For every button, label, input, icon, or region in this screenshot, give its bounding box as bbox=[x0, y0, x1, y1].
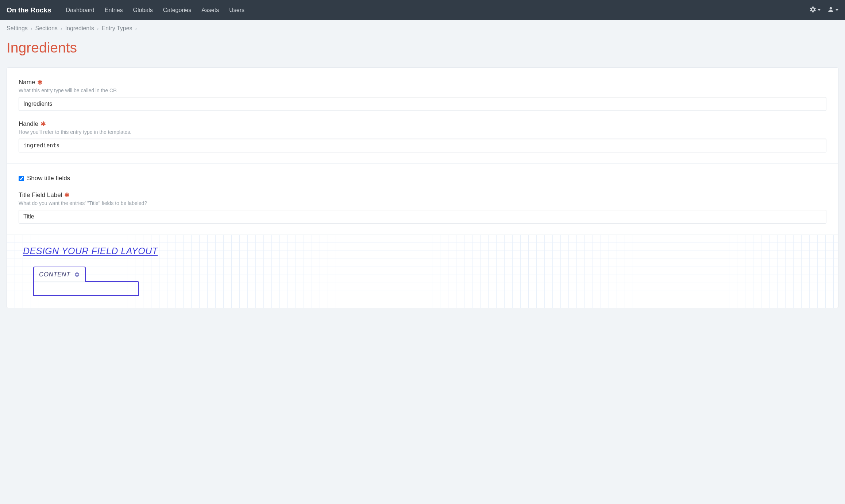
handle-input[interactable] bbox=[19, 139, 826, 152]
title-field-label-input[interactable] bbox=[19, 210, 826, 224]
breadcrumb-separator: › bbox=[135, 26, 137, 31]
breadcrumb-separator: › bbox=[31, 26, 32, 31]
user-icon bbox=[827, 6, 834, 15]
field-handle-label: Handle ✱ bbox=[19, 120, 826, 128]
field-handle: Handle ✱ How you'll refer to this entry … bbox=[19, 120, 826, 152]
layout-tab-container: CONTENT bbox=[33, 267, 826, 296]
breadcrumb-sections[interactable]: Sections bbox=[35, 25, 57, 32]
field-title-label-help: What do you want the entries' "Title" fi… bbox=[19, 200, 826, 206]
gear-icon[interactable] bbox=[74, 272, 80, 278]
main-header: On the Rocks Dashboard Entries Globals C… bbox=[0, 0, 845, 20]
breadcrumb-settings[interactable]: Settings bbox=[7, 25, 28, 32]
gear-icon bbox=[809, 6, 817, 15]
main-panel: Name ✱ What this entry type will be call… bbox=[7, 67, 838, 308]
header-left: On the Rocks Dashboard Entries Globals C… bbox=[7, 6, 244, 14]
required-icon: ✱ bbox=[37, 79, 43, 86]
field-title-label: Title Field Label ✱ What do you want the… bbox=[19, 191, 826, 224]
nav-categories[interactable]: Categories bbox=[163, 7, 191, 13]
breadcrumbs: Settings › Sections › Ingredients › Entr… bbox=[0, 20, 845, 37]
page-title: Ingredients bbox=[0, 37, 845, 67]
caret-down-icon bbox=[836, 9, 838, 11]
nav-dashboard[interactable]: Dashboard bbox=[66, 7, 94, 13]
panel-section-basic: Name ✱ What this entry type will be call… bbox=[7, 68, 838, 164]
nav-globals[interactable]: Globals bbox=[133, 7, 153, 13]
required-icon: ✱ bbox=[64, 192, 70, 198]
field-layout-designer: DESIGN YOUR FIELD LAYOUT CONTENT bbox=[7, 235, 838, 308]
breadcrumb-ingredients[interactable]: Ingredients bbox=[65, 25, 94, 32]
panel-section-title: Show title fields Title Field Label ✱ Wh… bbox=[7, 164, 838, 235]
nav-users[interactable]: Users bbox=[229, 7, 244, 13]
field-name: Name ✱ What this entry type will be call… bbox=[19, 79, 826, 111]
breadcrumb-entry-types[interactable]: Entry Types bbox=[101, 25, 132, 32]
main-nav: Dashboard Entries Globals Categories Ass… bbox=[66, 7, 244, 13]
caret-down-icon bbox=[818, 9, 821, 11]
header-right bbox=[809, 6, 838, 15]
show-title-fields-label[interactable]: Show title fields bbox=[27, 175, 70, 182]
nav-entries[interactable]: Entries bbox=[105, 7, 123, 13]
layout-tab-header[interactable]: CONTENT bbox=[33, 267, 86, 282]
field-title-label-label: Title Field Label ✱ bbox=[19, 191, 826, 199]
nav-assets[interactable]: Assets bbox=[201, 7, 219, 13]
field-name-label: Name ✱ bbox=[19, 79, 826, 86]
name-input[interactable] bbox=[19, 97, 826, 111]
show-title-fields-checkbox[interactable] bbox=[19, 176, 24, 181]
layout-designer-title: DESIGN YOUR FIELD LAYOUT bbox=[23, 246, 826, 256]
layout-tab-body[interactable] bbox=[33, 281, 139, 296]
breadcrumb-separator: › bbox=[61, 26, 62, 31]
required-icon: ✱ bbox=[40, 121, 46, 127]
layout-tab-label: CONTENT bbox=[39, 271, 70, 278]
site-name[interactable]: On the Rocks bbox=[7, 6, 51, 14]
field-name-help: What this entry type will be called in t… bbox=[19, 88, 826, 93]
show-title-fields-wrapper: Show title fields bbox=[19, 175, 826, 182]
breadcrumb-separator: › bbox=[97, 26, 99, 31]
settings-menu[interactable] bbox=[809, 6, 821, 15]
user-menu[interactable] bbox=[827, 6, 838, 15]
field-handle-help: How you'll refer to this entry type in t… bbox=[19, 129, 826, 135]
